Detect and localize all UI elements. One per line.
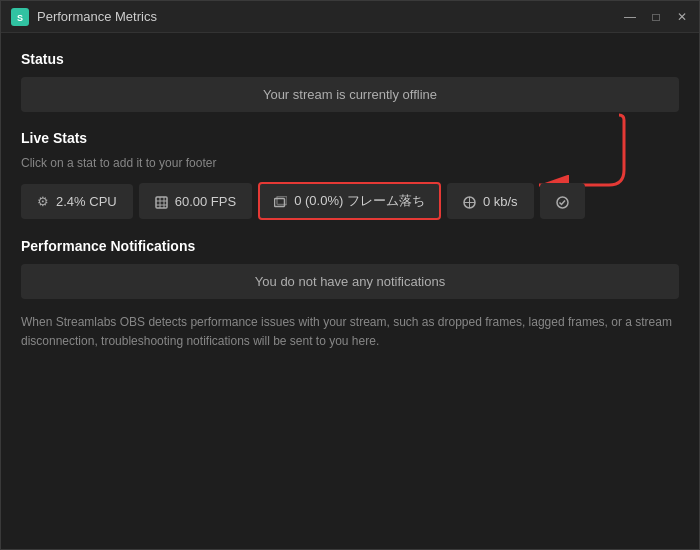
cpu-icon: ⚙ <box>37 194 49 209</box>
app-icon: S <box>11 8 29 26</box>
live-stats-row: ⚙ 2.4% CPU 60 <box>21 182 679 220</box>
svg-rect-9 <box>277 196 287 204</box>
notifications-description: When Streamlabs OBS detects performance … <box>21 313 679 351</box>
frames-icon <box>274 193 287 208</box>
svg-rect-8 <box>275 198 285 206</box>
close-button[interactable]: ✕ <box>673 8 691 26</box>
fps-stat[interactable]: 60.00 FPS <box>139 183 252 218</box>
frames-value: 0 (0.0%) フレーム落ち <box>294 192 425 210</box>
check-stat[interactable] <box>540 183 585 218</box>
window-title: Performance Metrics <box>37 9 157 24</box>
kbps-stat[interactable]: 0 kb/s <box>447 183 534 218</box>
notifications-section: Performance Notifications You do not hav… <box>21 238 679 351</box>
highlight-arrow <box>509 110 629 190</box>
status-section: Status Your stream is currently offline <box>21 51 679 112</box>
minimize-button[interactable]: — <box>621 8 639 26</box>
svg-rect-3 <box>156 197 167 208</box>
kbps-value: 0 kb/s <box>483 194 518 209</box>
titlebar: S Performance Metrics — □ ✕ <box>1 1 699 33</box>
window-controls: — □ ✕ <box>621 8 691 26</box>
cpu-value: 2.4% CPU <box>56 194 117 209</box>
cpu-stat[interactable]: ⚙ 2.4% CPU <box>21 184 133 219</box>
live-stats-title: Live Stats <box>21 130 679 146</box>
svg-text:S: S <box>17 13 23 23</box>
no-notifications-bar: You do not have any notifications <box>21 264 679 299</box>
fps-value: 60.00 FPS <box>175 194 236 209</box>
live-stats-subtitle: Click on a stat to add it to your footer <box>21 156 679 170</box>
status-section-title: Status <box>21 51 679 67</box>
maximize-button[interactable]: □ <box>647 8 665 26</box>
performance-metrics-window: S Performance Metrics — □ ✕ Status Your … <box>0 0 700 550</box>
main-content: Status Your stream is currently offline … <box>1 33 699 549</box>
notifications-title: Performance Notifications <box>21 238 679 254</box>
stream-status-bar: Your stream is currently offline <box>21 77 679 112</box>
fps-icon <box>155 193 168 208</box>
live-stats-section: Live Stats Click on a stat to add it to … <box>21 130 679 220</box>
frames-dropped-stat[interactable]: 0 (0.0%) フレーム落ち <box>258 182 441 220</box>
check-icon <box>556 193 569 208</box>
titlebar-left: S Performance Metrics <box>11 8 157 26</box>
kbps-icon <box>463 193 476 208</box>
